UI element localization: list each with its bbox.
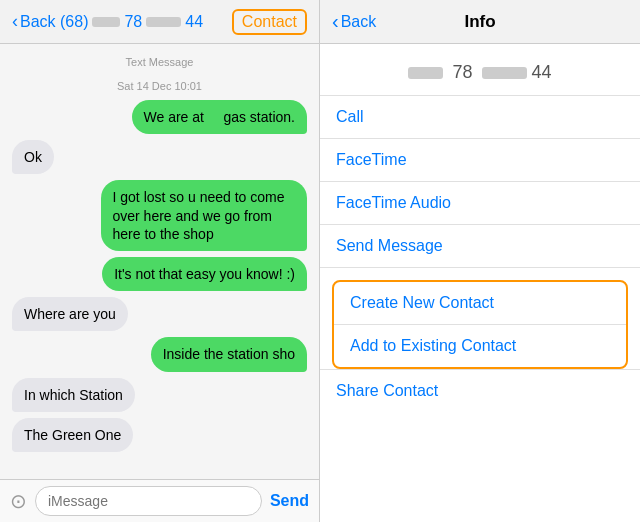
- number-part: 78: [124, 13, 142, 31]
- bubble: Ok: [12, 140, 54, 174]
- send-button[interactable]: Send: [270, 492, 309, 510]
- share-contact-button[interactable]: Share Contact: [320, 369, 640, 412]
- contact-box: Create New Contact Add to Existing Conta…: [332, 280, 628, 369]
- message-row: The Green One: [12, 418, 307, 452]
- bubble: The Green One: [12, 418, 133, 452]
- info-back-button[interactable]: ‹ Back: [332, 10, 376, 33]
- info-title: Info: [464, 12, 495, 32]
- back-button[interactable]: ‹ Back (68) 78 44: [12, 11, 203, 32]
- date-label: Sat 14 Dec 10:01: [12, 80, 307, 92]
- back-chevron-icon: ‹: [12, 11, 18, 32]
- message-row: Ok: [12, 140, 307, 174]
- info-panel: ‹ Back Info 78 44 Call FaceTime FaceTime…: [320, 0, 640, 522]
- message-row: Inside the station sho: [12, 337, 307, 371]
- create-new-contact-button[interactable]: Create New Contact: [334, 282, 626, 325]
- info-back-label: Back: [341, 13, 377, 31]
- bubble: It's not that easy you know! :): [102, 257, 307, 291]
- message-row: It's not that easy you know! :): [12, 257, 307, 291]
- back-label: Back (68): [20, 13, 88, 31]
- input-bar: ⊙ Send: [0, 479, 319, 522]
- message-row: I got lost so u need to come over here a…: [12, 180, 307, 251]
- messages-header: ‹ Back (68) 78 44 Contact: [0, 0, 319, 44]
- messages-area: Text Message Sat 14 Dec 10:01 We are at …: [0, 44, 319, 479]
- bubble: I got lost so u need to come over here a…: [101, 180, 308, 251]
- facetime-audio-action[interactable]: FaceTime Audio: [320, 182, 640, 225]
- message-row: In which Station: [12, 378, 307, 412]
- call-action[interactable]: Call: [320, 96, 640, 139]
- contact-button[interactable]: Contact: [232, 9, 307, 35]
- message-row: Where are you: [12, 297, 307, 331]
- add-to-existing-contact-button[interactable]: Add to Existing Contact: [334, 325, 626, 367]
- phone-mid-redacted: [482, 67, 527, 79]
- contact-number: 78 44: [320, 44, 640, 95]
- back-chevron-icon: ‹: [332, 10, 339, 33]
- phone-prefix-redacted: [408, 67, 443, 79]
- phone-number-redacted: [92, 17, 120, 27]
- facetime-action[interactable]: FaceTime: [320, 139, 640, 182]
- messages-panel: ‹ Back (68) 78 44 Contact Text Message S…: [0, 0, 320, 522]
- info-actions: Call FaceTime FaceTime Audio Send Messag…: [320, 95, 640, 268]
- bubble: Inside the station sho: [151, 337, 307, 371]
- info-header: ‹ Back Info: [320, 0, 640, 44]
- camera-icon: ⊙: [10, 489, 27, 513]
- phone-number-redacted2: [146, 17, 181, 27]
- message-row: We are at gas station.: [12, 100, 307, 134]
- send-message-action[interactable]: Send Message: [320, 225, 640, 268]
- number-end: 44: [185, 13, 203, 31]
- bubble: Where are you: [12, 297, 128, 331]
- imessage-input[interactable]: [35, 486, 262, 516]
- bubble: In which Station: [12, 378, 135, 412]
- message-label: Text Message: [12, 56, 307, 68]
- bubble: We are at gas station.: [132, 100, 307, 134]
